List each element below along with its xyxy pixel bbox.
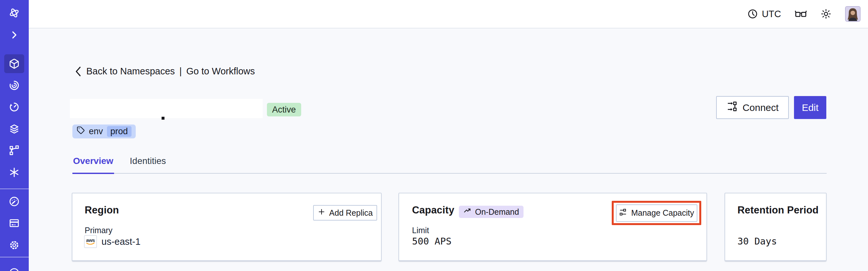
sidebar-item-billing[interactable] xyxy=(9,218,20,229)
header-actions: UTC xyxy=(747,0,861,28)
add-replica-label: Add Replica xyxy=(329,208,373,218)
timezone-label: UTC xyxy=(762,9,781,20)
retention-value: 30 Days xyxy=(738,236,777,247)
region-value-row: aws us-east-1 xyxy=(84,235,141,248)
connect-button-label: Connect xyxy=(743,102,779,113)
chevron-left-icon[interactable] xyxy=(75,66,82,77)
clock-icon xyxy=(747,9,758,19)
temporal-logo-icon[interactable] xyxy=(9,7,20,19)
namespaces-cube-icon xyxy=(9,58,20,69)
capacity-field-label: Limit xyxy=(412,226,429,235)
plus-icon xyxy=(318,208,326,218)
edit-button-label: Edit xyxy=(802,102,818,113)
tag-icon xyxy=(76,126,85,137)
user-avatar[interactable] xyxy=(845,6,861,22)
sliders-icon xyxy=(619,208,627,218)
sidebar-item-namespaces[interactable] xyxy=(9,58,20,69)
timezone-selector[interactable]: UTC xyxy=(747,9,781,20)
region-field-label: Primary xyxy=(85,226,113,235)
glasses-icon[interactable] xyxy=(795,9,807,19)
sidebar-item-schedules[interactable] xyxy=(9,101,20,113)
region-card: Region Add Replica Primary aws us-east-1 xyxy=(72,193,382,261)
nexus-asterisk-icon xyxy=(9,167,20,178)
namespace-name-redacted xyxy=(70,99,263,118)
annotation-highlight-box: Manage Capacity xyxy=(612,201,701,225)
manage-capacity-button[interactable]: Manage Capacity xyxy=(616,204,698,222)
sidebar-item-deployments[interactable] xyxy=(9,124,20,134)
sidebar-item-settings[interactable] xyxy=(9,240,20,251)
batch-branch-icon xyxy=(9,145,20,156)
top-header: UTC xyxy=(29,0,868,28)
billing-card-icon xyxy=(9,218,20,229)
breadcrumb-separator: | xyxy=(179,66,182,77)
sidebar-item-workflows[interactable] xyxy=(9,80,20,91)
tag-key: env xyxy=(89,126,103,137)
sidebar xyxy=(0,0,29,271)
deployments-layers-icon xyxy=(9,124,20,134)
breadcrumb-back-link[interactable]: Back to Namespaces xyxy=(86,66,175,77)
sidebar-item-batch[interactable] xyxy=(9,145,20,156)
usage-gauge-icon xyxy=(9,196,20,207)
redaction-artifact xyxy=(162,117,164,120)
retention-card-title: Retention Period xyxy=(738,204,818,216)
manage-capacity-label: Manage Capacity xyxy=(631,208,694,218)
status-badge: Active xyxy=(267,103,301,116)
ondemand-badge: On-Demand xyxy=(459,206,524,218)
trending-up-icon xyxy=(463,207,472,217)
capacity-card-title: Capacity xyxy=(412,204,454,216)
add-replica-button[interactable]: Add Replica xyxy=(313,205,377,220)
capacity-card: Capacity On-Demand Manage Capacity Limi xyxy=(399,193,707,261)
sidebar-item-help[interactable] xyxy=(9,267,20,271)
schedules-timer-icon xyxy=(9,101,20,113)
settings-gear-icon xyxy=(9,240,20,251)
ondemand-badge-label: On-Demand xyxy=(475,207,519,217)
workflows-spiral-icon xyxy=(9,80,20,91)
connect-icon xyxy=(726,101,738,114)
aws-logo-icon: aws xyxy=(84,235,97,248)
retention-card: Retention Period 30 Days xyxy=(724,193,827,261)
chevron-right-expand-icon[interactable] xyxy=(9,29,20,40)
capacity-value: 500 APS xyxy=(412,236,452,247)
region-card-title: Region xyxy=(85,204,119,216)
region-value: us-east-1 xyxy=(101,236,141,247)
sun-theme-icon[interactable] xyxy=(820,8,832,20)
namespace-tag[interactable]: env prod xyxy=(72,124,136,139)
connect-button[interactable]: Connect xyxy=(716,96,789,119)
sidebar-divider xyxy=(0,257,29,258)
tag-value: prod xyxy=(107,126,131,137)
app-window: UTC xyxy=(0,0,868,271)
edit-button[interactable]: Edit xyxy=(794,96,826,119)
sidebar-item-nexus[interactable] xyxy=(9,167,20,178)
tab-identities[interactable]: Identities xyxy=(129,156,167,174)
sidebar-item-usage[interactable] xyxy=(9,196,20,207)
breadcrumb: Back to Namespaces | Go to Workflows xyxy=(75,66,255,77)
breadcrumb-workflows-link[interactable]: Go to Workflows xyxy=(186,66,255,77)
sidebar-divider xyxy=(0,188,29,189)
tab-overview[interactable]: Overview xyxy=(72,156,114,174)
tab-bar: Overview Identities xyxy=(72,156,827,174)
